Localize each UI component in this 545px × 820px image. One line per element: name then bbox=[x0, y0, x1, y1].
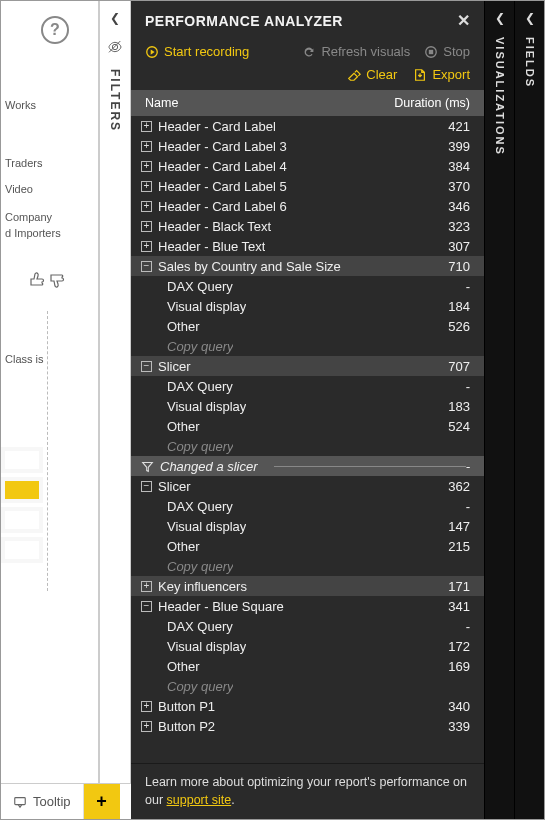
chevron-left-icon[interactable]: ❮ bbox=[110, 11, 120, 25]
table-row[interactable]: DAX Query- bbox=[131, 276, 484, 296]
table-row[interactable]: +Header - Card Label 4384 bbox=[131, 156, 484, 176]
thumbnail bbox=[5, 541, 39, 559]
table-row[interactable]: Visual display147 bbox=[131, 516, 484, 536]
table-row[interactable]: +Header - Card Label 6346 bbox=[131, 196, 484, 216]
row-duration: - bbox=[466, 379, 470, 394]
svg-rect-5 bbox=[15, 797, 26, 804]
help-icon[interactable]: ? bbox=[41, 16, 69, 44]
table-row[interactable]: DAX Query- bbox=[131, 616, 484, 636]
collapse-icon[interactable]: − bbox=[141, 481, 152, 492]
chevron-left-icon[interactable]: ❮ bbox=[525, 11, 535, 25]
table-row[interactable]: Copy query bbox=[131, 556, 484, 576]
fields-pane[interactable]: ❮ FIELDS bbox=[514, 1, 544, 819]
collapse-icon[interactable]: − bbox=[141, 361, 152, 372]
start-recording-button[interactable]: Start recording bbox=[145, 44, 249, 59]
table-row[interactable]: Other215 bbox=[131, 536, 484, 556]
expand-icon[interactable]: + bbox=[141, 721, 152, 732]
table-row[interactable]: +Header - Card Label 3399 bbox=[131, 136, 484, 156]
canvas-label: Company bbox=[5, 211, 52, 223]
expand-icon[interactable]: + bbox=[141, 701, 152, 712]
table-row[interactable]: Visual display183 bbox=[131, 396, 484, 416]
table-row[interactable]: +Header - Card Label 5370 bbox=[131, 176, 484, 196]
expand-icon[interactable]: + bbox=[141, 241, 152, 252]
chevron-left-icon[interactable]: ❮ bbox=[495, 11, 505, 25]
results-list[interactable]: +Header - Card Label421+Header - Card La… bbox=[131, 116, 484, 763]
row-name: Other bbox=[167, 539, 200, 554]
refresh-icon bbox=[302, 45, 316, 59]
row-duration: 215 bbox=[448, 539, 470, 554]
row-duration: 341 bbox=[448, 599, 470, 614]
filters-label: FILTERS bbox=[108, 69, 122, 132]
canvas-label: d Importers bbox=[5, 227, 61, 239]
add-page-button[interactable]: + bbox=[84, 784, 120, 819]
table-row[interactable]: −Sales by Country and Sale Size710 bbox=[131, 256, 484, 276]
table-row[interactable]: +Header - Blue Text307 bbox=[131, 236, 484, 256]
table-row[interactable]: +Button P2339 bbox=[131, 716, 484, 736]
collapse-icon[interactable]: − bbox=[141, 601, 152, 612]
row-name: Header - Card Label 4 bbox=[158, 159, 287, 174]
col-name: Name bbox=[145, 96, 178, 110]
table-row[interactable]: −Header - Blue Square341 bbox=[131, 596, 484, 616]
table-row[interactable]: +Header - Black Text323 bbox=[131, 216, 484, 236]
expand-icon[interactable]: + bbox=[141, 141, 152, 152]
row-duration: 147 bbox=[448, 519, 470, 534]
row-name: Visual display bbox=[167, 399, 246, 414]
row-duration: 421 bbox=[448, 119, 470, 134]
clear-button[interactable]: Clear bbox=[347, 67, 397, 82]
row-duration: 323 bbox=[448, 219, 470, 234]
close-icon[interactable]: ✕ bbox=[457, 11, 471, 30]
row-name: Slicer bbox=[158, 359, 191, 374]
row-duration: 183 bbox=[448, 399, 470, 414]
table-row[interactable]: Changed a slicer- bbox=[131, 456, 484, 476]
table-row[interactable]: −Slicer362 bbox=[131, 476, 484, 496]
table-row[interactable]: Other524 bbox=[131, 416, 484, 436]
table-row[interactable]: Other526 bbox=[131, 316, 484, 336]
tooltip-tab[interactable]: Tooltip bbox=[1, 784, 84, 819]
eye-icon bbox=[107, 39, 123, 55]
table-row[interactable]: +Key influencers171 bbox=[131, 576, 484, 596]
table-row[interactable]: −Slicer707 bbox=[131, 356, 484, 376]
refresh-visuals-button[interactable]: Refresh visuals bbox=[302, 44, 410, 59]
table-row[interactable]: Copy query bbox=[131, 336, 484, 356]
row-duration: 524 bbox=[448, 419, 470, 434]
table-row[interactable]: DAX Query- bbox=[131, 376, 484, 396]
row-name: Header - Card Label 5 bbox=[158, 179, 287, 194]
row-duration: 526 bbox=[448, 319, 470, 334]
thumbs-icons[interactable] bbox=[27, 271, 67, 289]
expand-icon[interactable]: + bbox=[141, 221, 152, 232]
expand-icon[interactable]: + bbox=[141, 161, 152, 172]
collapse-icon[interactable]: − bbox=[141, 261, 152, 272]
visualizations-label: VISUALIZATIONS bbox=[494, 37, 506, 156]
stop-button[interactable]: Stop bbox=[424, 44, 470, 59]
page-tabs: Tooltip + bbox=[1, 783, 131, 819]
table-row[interactable]: Other169 bbox=[131, 656, 484, 676]
expand-icon[interactable]: + bbox=[141, 581, 152, 592]
table-row[interactable]: +Header - Card Label421 bbox=[131, 116, 484, 136]
table-row[interactable]: Copy query bbox=[131, 676, 484, 696]
row-duration: 339 bbox=[448, 719, 470, 734]
row-name: Copy query bbox=[167, 339, 233, 354]
row-name: Copy query bbox=[167, 439, 233, 454]
footer: Learn more about optimizing your report'… bbox=[131, 763, 484, 819]
row-duration: - bbox=[466, 459, 470, 474]
table-row[interactable]: Visual display172 bbox=[131, 636, 484, 656]
table-row[interactable]: DAX Query- bbox=[131, 496, 484, 516]
canvas-label: Traders bbox=[5, 157, 43, 169]
row-duration: 710 bbox=[448, 259, 470, 274]
row-duration: 370 bbox=[448, 179, 470, 194]
expand-icon[interactable]: + bbox=[141, 121, 152, 132]
visualizations-pane[interactable]: ❮ VISUALIZATIONS bbox=[484, 1, 514, 819]
table-row[interactable]: +Button P1340 bbox=[131, 696, 484, 716]
row-name: Header - Blue Text bbox=[158, 239, 265, 254]
expand-icon[interactable]: + bbox=[141, 181, 152, 192]
row-duration: - bbox=[466, 279, 470, 294]
svg-rect-4 bbox=[429, 49, 433, 53]
export-button[interactable]: Export bbox=[413, 67, 470, 82]
filters-pane[interactable]: ❮ FILTERS bbox=[99, 1, 131, 819]
svg-marker-2 bbox=[151, 49, 155, 54]
support-link[interactable]: support site bbox=[167, 793, 232, 807]
canvas-label: Class is bbox=[5, 353, 44, 365]
table-row[interactable]: Copy query bbox=[131, 436, 484, 456]
table-row[interactable]: Visual display184 bbox=[131, 296, 484, 316]
expand-icon[interactable]: + bbox=[141, 201, 152, 212]
